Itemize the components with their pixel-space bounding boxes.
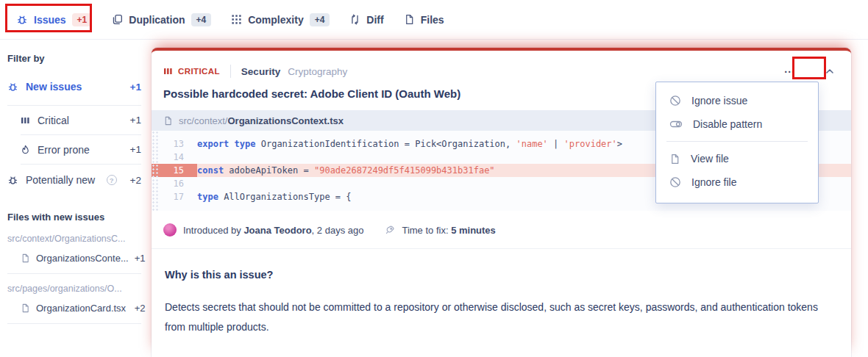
- filter-label: Potentially new: [26, 174, 95, 186]
- tab-label: Duplication: [129, 14, 185, 26]
- time-to-fix-text: Time to fix: 5 minutes: [402, 225, 495, 236]
- tab-label: Complexity: [248, 14, 303, 26]
- line-number: 14: [152, 151, 197, 164]
- flame-icon: [21, 145, 30, 155]
- line-number: 13: [152, 137, 197, 151]
- tab-files[interactable]: Files: [404, 14, 444, 26]
- issue-meta-row: Introduced by Joana Teodoro, 2 days ago …: [152, 211, 851, 237]
- bug-icon: [16, 14, 28, 26]
- filter-potentially-new[interactable]: Potentially new ? +2: [7, 165, 141, 195]
- tab-issues[interactable]: Issues +1: [16, 13, 92, 26]
- file-name: OrganizationCard.tsx: [36, 303, 126, 314]
- file-icon: [21, 253, 30, 263]
- filter-error-prone[interactable]: Error prone +1: [21, 135, 141, 164]
- file-item[interactable]: OrganizationCard.tsx +2: [21, 303, 141, 314]
- filter-label: Critical: [38, 115, 69, 126]
- filter-sidebar: Filter by New issues +1 Critical +1 Erro…: [0, 40, 152, 357]
- file-item[interactable]: OrganizationsConte...+1: [21, 253, 141, 264]
- file-name: OrganizationsConte...: [36, 253, 129, 264]
- menu-item-label: Ignore file: [691, 176, 736, 188]
- chevron-up-icon[interactable]: [822, 63, 838, 79]
- tab-label: Issues: [34, 14, 66, 26]
- line-number: 17: [152, 190, 197, 203]
- duplication-icon: [112, 14, 123, 25]
- bug-icon: [7, 175, 18, 186]
- why-heading: Why is this an issue?: [165, 269, 838, 281]
- filter-new-issues[interactable]: New issues +1: [7, 76, 141, 97]
- time-to-fix-value: 5 minutes: [451, 225, 496, 236]
- menu-item-ignore-file[interactable]: Ignore file: [656, 170, 818, 194]
- toggle-icon: [669, 118, 683, 130]
- file-icon: [21, 303, 30, 313]
- ban-icon: [669, 176, 681, 188]
- files-icon: [404, 14, 415, 25]
- menu-item-label: Ignore issue: [691, 95, 747, 107]
- filter-count: +1: [130, 144, 141, 155]
- severity-label: CRITICAL: [178, 67, 220, 76]
- ban-icon: [669, 95, 681, 107]
- question-circle-icon[interactable]: ?: [107, 175, 117, 185]
- line-number: 15: [152, 164, 197, 177]
- file-path: src/context/OrganizationsContext.tsx: [179, 115, 344, 126]
- filter-label: Error prone: [38, 144, 90, 156]
- filter-label: New issues: [26, 81, 82, 93]
- menu-item-disable-pattern[interactable]: Disable pattern: [656, 112, 818, 136]
- severity-bars-icon: [21, 116, 30, 125]
- line-number: 16: [152, 177, 197, 190]
- file-group-path: src/pages/organizations/O...: [7, 284, 141, 294]
- tab-duplication[interactable]: Duplication +4: [112, 13, 211, 26]
- file-group-path: src/context/OrganizationsC...: [7, 234, 141, 244]
- severity-badge: CRITICAL: [163, 67, 220, 76]
- avatar: [163, 223, 177, 237]
- tab-count-badge: +1: [72, 13, 93, 26]
- menu-item-label: View file: [691, 153, 729, 165]
- files-heading: Files with new issues: [7, 212, 141, 223]
- tab-complexity[interactable]: Complexity +4: [231, 13, 330, 26]
- why-section: Why is this an issue? Detects secrets th…: [152, 249, 851, 336]
- divider: [7, 323, 141, 324]
- introduced-by-text: Introduced by Joana Teodoro, 2 days ago: [183, 225, 363, 236]
- divider: [230, 65, 231, 78]
- file-count: +2: [132, 303, 145, 314]
- tab-label: Diff: [366, 14, 383, 26]
- complexity-icon: [231, 14, 242, 25]
- file-icon: [163, 116, 173, 126]
- diff-icon: [349, 14, 360, 25]
- rocket-icon: [385, 225, 395, 235]
- divider: [666, 141, 808, 142]
- more-actions-button[interactable]: ...: [778, 62, 801, 80]
- actions-menu: Ignore issue Disable pattern View file I…: [655, 82, 819, 203]
- file-icon: [669, 154, 680, 165]
- tab-bar: Issues +1 Duplication +4 Complexity +4 D…: [0, 0, 868, 40]
- why-description: Detects secrets that should not be commi…: [165, 298, 838, 336]
- menu-item-ignore-issue[interactable]: Ignore issue: [656, 89, 818, 112]
- tab-count-badge: +4: [310, 13, 330, 26]
- issue-subcategory: Cryptography: [288, 66, 347, 77]
- filter-count: +1: [130, 82, 141, 93]
- filter-critical[interactable]: Critical +1: [21, 106, 141, 134]
- menu-item-view-file[interactable]: View file: [656, 147, 818, 170]
- commit-issues-page: Issues +1 Duplication +4 Complexity +4 D…: [0, 0, 868, 357]
- tab-diff[interactable]: Diff: [349, 14, 383, 26]
- bug-icon: [7, 82, 18, 93]
- tab-count-badge: +4: [191, 13, 212, 26]
- author-name: Joana Teodoro: [243, 225, 311, 236]
- file-count: +1: [135, 253, 146, 264]
- divider: [7, 273, 141, 274]
- filter-count: +2: [130, 175, 141, 186]
- issue-category: Security: [241, 66, 280, 77]
- critical-bars-icon: [163, 67, 173, 76]
- menu-item-label: Disable pattern: [693, 118, 762, 130]
- filter-heading: Filter by: [7, 53, 141, 64]
- filter-count: +1: [130, 115, 141, 126]
- tab-label: Files: [421, 14, 444, 26]
